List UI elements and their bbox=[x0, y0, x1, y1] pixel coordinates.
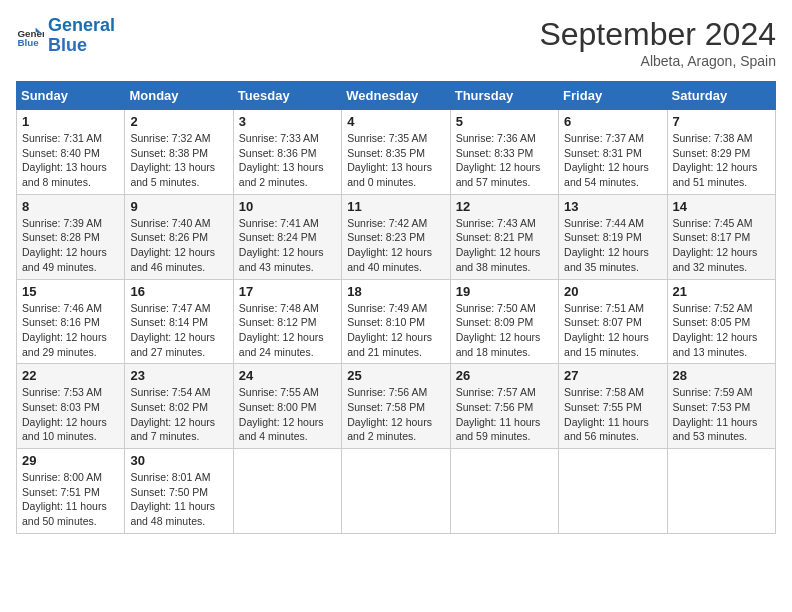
calendar-cell: 26 Sunrise: 7:57 AMSunset: 7:56 PMDaylig… bbox=[450, 364, 558, 449]
calendar-cell: 13 Sunrise: 7:44 AMSunset: 8:19 PMDaylig… bbox=[559, 194, 667, 279]
week-row-4: 22 Sunrise: 7:53 AMSunset: 8:03 PMDaylig… bbox=[17, 364, 776, 449]
calendar-cell: 24 Sunrise: 7:55 AMSunset: 8:00 PMDaylig… bbox=[233, 364, 341, 449]
calendar-cell: 14 Sunrise: 7:45 AMSunset: 8:17 PMDaylig… bbox=[667, 194, 775, 279]
cell-content: Sunrise: 7:44 AMSunset: 8:19 PMDaylight:… bbox=[564, 217, 649, 273]
col-header-sunday: Sunday bbox=[17, 82, 125, 110]
day-number: 2 bbox=[130, 114, 227, 129]
calendar-cell: 4 Sunrise: 7:35 AMSunset: 8:35 PMDayligh… bbox=[342, 110, 450, 195]
calendar-cell: 9 Sunrise: 7:40 AMSunset: 8:26 PMDayligh… bbox=[125, 194, 233, 279]
calendar-cell: 27 Sunrise: 7:58 AMSunset: 7:55 PMDaylig… bbox=[559, 364, 667, 449]
day-number: 3 bbox=[239, 114, 336, 129]
cell-content: Sunrise: 7:43 AMSunset: 8:21 PMDaylight:… bbox=[456, 217, 541, 273]
calendar-cell: 1 Sunrise: 7:31 AMSunset: 8:40 PMDayligh… bbox=[17, 110, 125, 195]
col-header-saturday: Saturday bbox=[667, 82, 775, 110]
calendar-cell bbox=[233, 449, 341, 534]
week-row-2: 8 Sunrise: 7:39 AMSunset: 8:28 PMDayligh… bbox=[17, 194, 776, 279]
calendar-cell bbox=[667, 449, 775, 534]
cell-content: Sunrise: 7:41 AMSunset: 8:24 PMDaylight:… bbox=[239, 217, 324, 273]
calendar-cell: 7 Sunrise: 7:38 AMSunset: 8:29 PMDayligh… bbox=[667, 110, 775, 195]
calendar-cell: 12 Sunrise: 7:43 AMSunset: 8:21 PMDaylig… bbox=[450, 194, 558, 279]
day-number: 17 bbox=[239, 284, 336, 299]
cell-content: Sunrise: 7:48 AMSunset: 8:12 PMDaylight:… bbox=[239, 302, 324, 358]
day-number: 14 bbox=[673, 199, 770, 214]
cell-content: Sunrise: 7:36 AMSunset: 8:33 PMDaylight:… bbox=[456, 132, 541, 188]
logo-icon: General Blue bbox=[16, 22, 44, 50]
cell-content: Sunrise: 7:49 AMSunset: 8:10 PMDaylight:… bbox=[347, 302, 432, 358]
cell-content: Sunrise: 7:55 AMSunset: 8:00 PMDaylight:… bbox=[239, 386, 324, 442]
day-number: 10 bbox=[239, 199, 336, 214]
calendar-table: SundayMondayTuesdayWednesdayThursdayFrid… bbox=[16, 81, 776, 534]
title-block: September 2024 Albeta, Aragon, Spain bbox=[539, 16, 776, 69]
calendar-cell: 29 Sunrise: 8:00 AMSunset: 7:51 PMDaylig… bbox=[17, 449, 125, 534]
cell-content: Sunrise: 7:58 AMSunset: 7:55 PMDaylight:… bbox=[564, 386, 649, 442]
calendar-cell: 20 Sunrise: 7:51 AMSunset: 8:07 PMDaylig… bbox=[559, 279, 667, 364]
calendar-cell bbox=[559, 449, 667, 534]
calendar-cell: 25 Sunrise: 7:56 AMSunset: 7:58 PMDaylig… bbox=[342, 364, 450, 449]
calendar-cell: 21 Sunrise: 7:52 AMSunset: 8:05 PMDaylig… bbox=[667, 279, 775, 364]
cell-content: Sunrise: 7:46 AMSunset: 8:16 PMDaylight:… bbox=[22, 302, 107, 358]
cell-content: Sunrise: 7:45 AMSunset: 8:17 PMDaylight:… bbox=[673, 217, 758, 273]
week-row-5: 29 Sunrise: 8:00 AMSunset: 7:51 PMDaylig… bbox=[17, 449, 776, 534]
week-row-3: 15 Sunrise: 7:46 AMSunset: 8:16 PMDaylig… bbox=[17, 279, 776, 364]
cell-content: Sunrise: 7:52 AMSunset: 8:05 PMDaylight:… bbox=[673, 302, 758, 358]
calendar-cell: 15 Sunrise: 7:46 AMSunset: 8:16 PMDaylig… bbox=[17, 279, 125, 364]
calendar-header-row: SundayMondayTuesdayWednesdayThursdayFrid… bbox=[17, 82, 776, 110]
calendar-cell: 23 Sunrise: 7:54 AMSunset: 8:02 PMDaylig… bbox=[125, 364, 233, 449]
col-header-friday: Friday bbox=[559, 82, 667, 110]
cell-content: Sunrise: 7:32 AMSunset: 8:38 PMDaylight:… bbox=[130, 132, 215, 188]
day-number: 1 bbox=[22, 114, 119, 129]
logo-text-blue: Blue bbox=[48, 36, 115, 56]
calendar-cell bbox=[450, 449, 558, 534]
cell-content: Sunrise: 7:57 AMSunset: 7:56 PMDaylight:… bbox=[456, 386, 541, 442]
day-number: 5 bbox=[456, 114, 553, 129]
cell-content: Sunrise: 7:50 AMSunset: 8:09 PMDaylight:… bbox=[456, 302, 541, 358]
day-number: 15 bbox=[22, 284, 119, 299]
cell-content: Sunrise: 7:53 AMSunset: 8:03 PMDaylight:… bbox=[22, 386, 107, 442]
cell-content: Sunrise: 7:54 AMSunset: 8:02 PMDaylight:… bbox=[130, 386, 215, 442]
day-number: 24 bbox=[239, 368, 336, 383]
location: Albeta, Aragon, Spain bbox=[539, 53, 776, 69]
logo: General Blue General Blue bbox=[16, 16, 115, 56]
day-number: 25 bbox=[347, 368, 444, 383]
calendar-cell: 18 Sunrise: 7:49 AMSunset: 8:10 PMDaylig… bbox=[342, 279, 450, 364]
day-number: 20 bbox=[564, 284, 661, 299]
month-title: September 2024 bbox=[539, 16, 776, 53]
day-number: 19 bbox=[456, 284, 553, 299]
col-header-wednesday: Wednesday bbox=[342, 82, 450, 110]
day-number: 21 bbox=[673, 284, 770, 299]
day-number: 11 bbox=[347, 199, 444, 214]
day-number: 7 bbox=[673, 114, 770, 129]
cell-content: Sunrise: 7:38 AMSunset: 8:29 PMDaylight:… bbox=[673, 132, 758, 188]
calendar-cell: 8 Sunrise: 7:39 AMSunset: 8:28 PMDayligh… bbox=[17, 194, 125, 279]
cell-content: Sunrise: 7:42 AMSunset: 8:23 PMDaylight:… bbox=[347, 217, 432, 273]
cell-content: Sunrise: 8:01 AMSunset: 7:50 PMDaylight:… bbox=[130, 471, 215, 527]
calendar-cell: 2 Sunrise: 7:32 AMSunset: 8:38 PMDayligh… bbox=[125, 110, 233, 195]
calendar-cell: 17 Sunrise: 7:48 AMSunset: 8:12 PMDaylig… bbox=[233, 279, 341, 364]
day-number: 12 bbox=[456, 199, 553, 214]
svg-text:Blue: Blue bbox=[17, 37, 39, 48]
page-header: General Blue General Blue September 2024… bbox=[16, 16, 776, 69]
day-number: 16 bbox=[130, 284, 227, 299]
week-row-1: 1 Sunrise: 7:31 AMSunset: 8:40 PMDayligh… bbox=[17, 110, 776, 195]
day-number: 26 bbox=[456, 368, 553, 383]
cell-content: Sunrise: 7:40 AMSunset: 8:26 PMDaylight:… bbox=[130, 217, 215, 273]
calendar-cell: 5 Sunrise: 7:36 AMSunset: 8:33 PMDayligh… bbox=[450, 110, 558, 195]
cell-content: Sunrise: 7:33 AMSunset: 8:36 PMDaylight:… bbox=[239, 132, 324, 188]
calendar-cell: 10 Sunrise: 7:41 AMSunset: 8:24 PMDaylig… bbox=[233, 194, 341, 279]
day-number: 29 bbox=[22, 453, 119, 468]
day-number: 27 bbox=[564, 368, 661, 383]
col-header-tuesday: Tuesday bbox=[233, 82, 341, 110]
calendar-cell: 16 Sunrise: 7:47 AMSunset: 8:14 PMDaylig… bbox=[125, 279, 233, 364]
day-number: 9 bbox=[130, 199, 227, 214]
day-number: 18 bbox=[347, 284, 444, 299]
calendar-cell: 30 Sunrise: 8:01 AMSunset: 7:50 PMDaylig… bbox=[125, 449, 233, 534]
cell-content: Sunrise: 7:47 AMSunset: 8:14 PMDaylight:… bbox=[130, 302, 215, 358]
day-number: 28 bbox=[673, 368, 770, 383]
logo-text-general: General bbox=[48, 16, 115, 36]
cell-content: Sunrise: 7:56 AMSunset: 7:58 PMDaylight:… bbox=[347, 386, 432, 442]
cell-content: Sunrise: 7:59 AMSunset: 7:53 PMDaylight:… bbox=[673, 386, 758, 442]
cell-content: Sunrise: 7:31 AMSunset: 8:40 PMDaylight:… bbox=[22, 132, 107, 188]
col-header-monday: Monday bbox=[125, 82, 233, 110]
calendar-cell: 22 Sunrise: 7:53 AMSunset: 8:03 PMDaylig… bbox=[17, 364, 125, 449]
calendar-cell: 3 Sunrise: 7:33 AMSunset: 8:36 PMDayligh… bbox=[233, 110, 341, 195]
